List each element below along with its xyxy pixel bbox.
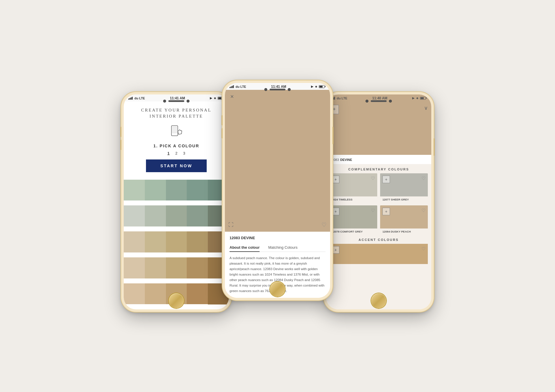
battery-fill-2 <box>319 86 323 88</box>
complementary-grid: + ♡ 1024 TIMELESS + ♡ 12077 SHEER GREY +… <box>326 173 431 235</box>
comp-swatch-label-0: 1024 TIMELESS <box>330 196 377 202</box>
complementary-swatch: + ♡ 12077 SHEER GREY <box>380 173 428 202</box>
comp-add-button-0[interactable]: + <box>332 176 339 183</box>
color-cell[interactable] <box>145 205 166 226</box>
color-cell[interactable] <box>124 205 145 226</box>
tab-bar-2: About the colour Matching Colours <box>230 244 325 252</box>
color-code-name-2: 12083 DEVINE <box>230 236 325 240</box>
svg-rect-1 <box>172 127 177 133</box>
comp-heart-button-0[interactable]: ♡ <box>371 176 375 181</box>
title-line1: CREATE YOUR PERSONAL <box>130 107 223 113</box>
home-button-3[interactable] <box>371 293 386 308</box>
complementary-swatch: + ♡ 1024 TIMELESS <box>330 173 377 202</box>
color-cell[interactable] <box>187 205 208 226</box>
phone-top-bar-3 <box>366 100 392 103</box>
featured-top-row: + ∨ <box>330 105 428 114</box>
color-cell[interactable] <box>187 231 208 252</box>
close-button[interactable]: ✕ <box>228 93 235 100</box>
status-left-3: du LTE <box>331 96 347 100</box>
comp-heart-button-1[interactable]: ♡ <box>421 176 426 181</box>
pick-colour-icon <box>168 123 185 140</box>
color-cell[interactable] <box>166 231 187 252</box>
phone-2: du LTE 11:41 AM ▶ ☻ <box>223 81 332 300</box>
signal-bars-2 <box>230 85 234 88</box>
accent-grid: + ♡ <box>326 244 431 264</box>
comp-swatch-color-3: + ♡ <box>380 205 428 228</box>
color-cell[interactable] <box>124 180 145 201</box>
volume-down-button-2[interactable] <box>221 128 223 138</box>
front-camera <box>163 100 166 103</box>
complementary-heading: COMPLEMENTARY COLOURS <box>326 164 431 173</box>
tab-matching[interactable]: Matching Colours <box>268 244 297 252</box>
phone2-screen: du LTE 11:41 AM ▶ ☻ <box>225 83 330 298</box>
comp-add-button-1[interactable]: + <box>382 176 390 183</box>
volume-down-button[interactable] <box>120 140 121 150</box>
color-cell[interactable] <box>166 257 187 278</box>
battery-3 <box>420 97 427 100</box>
phone-1: du LTE 11:41 AM ▶ ☻ <box>121 92 231 312</box>
accent-add-button[interactable]: + <box>332 246 339 254</box>
home-button-2[interactable] <box>270 282 285 297</box>
phone-top-bar <box>163 100 190 103</box>
color-cell[interactable] <box>145 257 166 278</box>
color-cell[interactable] <box>124 231 145 252</box>
comp-code-3: 12084 <box>382 230 391 233</box>
battery-tip-2 <box>325 86 325 87</box>
color-cell[interactable] <box>187 283 208 304</box>
front-camera-3 <box>366 100 369 103</box>
status-right-2: ▶ ☻ <box>311 85 325 88</box>
expand-icon[interactable]: ⛶ <box>228 222 234 228</box>
comp-swatch-color-2: + ♡ <box>330 205 377 228</box>
color-cell[interactable] <box>187 257 208 278</box>
battery-body-2 <box>319 85 325 88</box>
speaker-grille-3 <box>371 100 387 102</box>
step-dot-3: 3 <box>183 151 185 155</box>
step-dot-1: 1 <box>167 151 169 155</box>
featured-swatch: + ∨ <box>326 101 431 155</box>
title-line2: INTERIOR PALETTE <box>130 113 223 119</box>
color-grid <box>124 180 229 309</box>
accent-heart-button[interactable]: ♡ <box>421 246 426 252</box>
accent-heading: ACCENT COLOURS <box>326 235 431 244</box>
color-cell[interactable] <box>145 231 166 252</box>
carrier-2: du LTE <box>236 85 246 88</box>
comp-name-1: SHEER GREY <box>391 198 409 201</box>
volume-up-button-2[interactable] <box>221 115 223 125</box>
battery-fill-1 <box>218 97 221 99</box>
phone-scene: du LTE 11:41 AM ▶ ☻ <box>90 81 465 312</box>
color-cell[interactable] <box>145 283 166 304</box>
home-button-1[interactable] <box>169 293 184 308</box>
phone1-header: CREATE YOUR PERSONAL INTERIOR PALETTE <box>124 101 229 180</box>
color-cell[interactable] <box>145 180 166 201</box>
speaker-grille <box>169 100 184 102</box>
power-button-2[interactable] <box>332 127 334 144</box>
comp-add-button-2[interactable]: + <box>332 208 339 215</box>
volume-up-button[interactable] <box>120 127 121 137</box>
power-button-3[interactable] <box>434 138 435 156</box>
carrier-1: du LTE <box>134 96 145 100</box>
favorite-icon[interactable]: ♡ <box>321 221 327 228</box>
color-cell[interactable] <box>166 180 187 201</box>
color-cell[interactable] <box>187 180 208 201</box>
tab-about[interactable]: About the colour <box>230 244 260 252</box>
status-left-1: du LTE <box>128 96 145 100</box>
status-right-1: ▶ ☻ <box>210 96 224 100</box>
step-title: 1. PICK A COLOUR <box>130 144 223 148</box>
color-cell[interactable] <box>124 283 145 304</box>
comp-heart-button-2[interactable]: ♡ <box>371 208 375 213</box>
wifi-icon-2: ☻ <box>314 85 318 88</box>
start-now-button[interactable]: START NOW <box>146 159 207 172</box>
comp-swatch-label-2: 12078 COMFORT GREY <box>330 228 377 235</box>
location-icon-2: ▶ <box>311 85 313 88</box>
color-cell[interactable] <box>166 205 187 226</box>
phone-3: du LTE 11:40 AM ▶ ☻ <box>324 92 434 312</box>
battery-fill-3 <box>421 97 424 99</box>
comp-heart-button-3[interactable]: ♡ <box>421 208 426 213</box>
chevron-down-icon[interactable]: ∨ <box>424 105 428 111</box>
comp-swatch-color-0: + ♡ <box>330 173 377 196</box>
comp-add-button-3[interactable]: + <box>382 208 390 215</box>
comp-name-0: TIMELESS <box>339 198 353 201</box>
color-cell[interactable] <box>124 257 145 278</box>
phone-top-bar-2 <box>264 88 291 91</box>
battery-2 <box>319 85 325 88</box>
